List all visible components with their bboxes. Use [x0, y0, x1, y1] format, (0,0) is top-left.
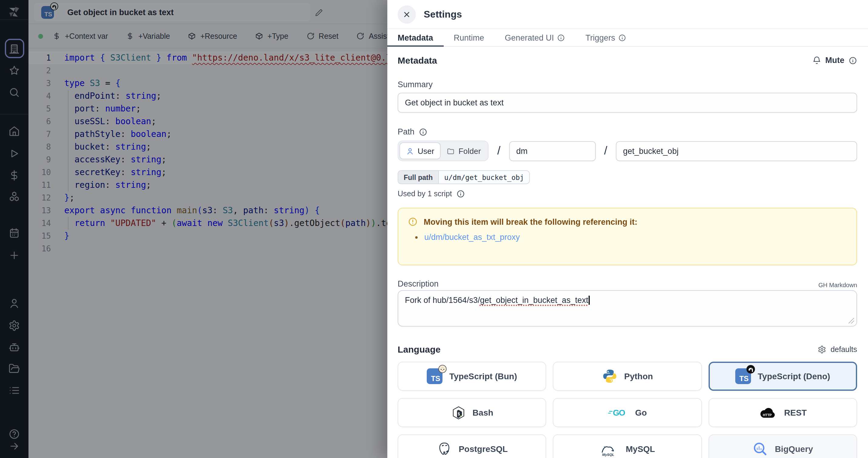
- warning-reference-item: u/dm/bucket_as_txt_proxy: [424, 233, 847, 242]
- bigquery-icon: [752, 441, 768, 457]
- language-card-typescript--deno-[interactable]: TSTypeScript (Deno): [708, 362, 857, 391]
- path-owner-input[interactable]: [509, 141, 595, 161]
- path-label: Path: [398, 127, 857, 136]
- mysql-icon: MySQL: [600, 441, 619, 457]
- tab-runtime[interactable]: Runtime: [443, 29, 495, 46]
- markdown-hint: GH Markdown: [818, 282, 857, 288]
- info-icon[interactable]: [848, 56, 857, 65]
- svg-text:GO: GO: [613, 408, 625, 417]
- python-icon: [602, 368, 618, 384]
- tab-metadata[interactable]: Metadata: [387, 29, 443, 46]
- resize-handle-icon[interactable]: [848, 318, 854, 324]
- drawer-header: Settings: [387, 0, 868, 29]
- metadata-heading: Metadata: [398, 55, 437, 65]
- bash-icon: $: [451, 405, 466, 420]
- tab-triggers[interactable]: Triggers: [575, 29, 637, 46]
- close-icon[interactable]: [398, 5, 416, 23]
- language-defaults-button[interactable]: defaults: [818, 345, 857, 354]
- summary-label: Summary: [398, 80, 857, 89]
- path-name-input[interactable]: [616, 141, 857, 161]
- drawer-backdrop[interactable]: [0, 0, 387, 458]
- svg-text:HTTP: HTTP: [763, 413, 772, 417]
- info-icon[interactable]: [419, 128, 427, 136]
- ts-deno-icon: TS: [735, 368, 751, 384]
- rest-icon: HTTP: [758, 406, 777, 419]
- spellcheck-underline: get_object_in_bucket_as_text: [480, 296, 588, 305]
- info-icon: [618, 34, 626, 41]
- mute-button[interactable]: Mute: [812, 56, 857, 65]
- full-path-value: u/dm/get_bucket_obj: [438, 171, 529, 184]
- owner-toggle-folder[interactable]: Folder: [441, 142, 487, 159]
- metadata-panel: Metadata Mute Summary Path UserFolder / …: [387, 47, 868, 458]
- language-card-typescript--bun-[interactable]: TSTypeScript (Bun): [398, 362, 547, 391]
- path-separator: /: [604, 144, 607, 158]
- go-icon: GO: [608, 407, 628, 418]
- language-card-mysql[interactable]: MySQLMySQL: [553, 434, 702, 458]
- info-icon: [557, 34, 565, 41]
- language-heading: Language: [398, 344, 441, 354]
- bell-icon: [812, 56, 821, 65]
- svg-text:MySQL: MySQL: [602, 452, 615, 456]
- language-card-rest[interactable]: HTTPREST: [708, 398, 857, 427]
- path-separator: /: [497, 144, 501, 158]
- language-card-bigquery[interactable]: BigQuery: [708, 434, 857, 458]
- description-textarea[interactable]: Fork of hub/1564/s3/get_object_in_bucket…: [398, 290, 857, 327]
- gear-icon: [818, 345, 826, 354]
- alert-circle-icon: [408, 217, 417, 227]
- editor-region: TS Get object in bucket as text +Context…: [0, 0, 387, 458]
- warning-title: Moving this item will break the followin…: [424, 217, 638, 226]
- folder-icon: [447, 147, 455, 155]
- text-caret: [589, 296, 590, 305]
- tab-generated-ui[interactable]: Generated UI: [495, 29, 575, 46]
- language-grid: TSTypeScript (Bun)PythonTSTypeScript (De…: [398, 362, 857, 458]
- drawer-title: Settings: [424, 9, 462, 20]
- full-path-chip: Full path u/dm/get_bucket_obj: [398, 170, 530, 184]
- move-warning-banner: Moving this item will break the followin…: [398, 208, 857, 265]
- referencing-script-link[interactable]: u/dm/bucket_as_txt_proxy: [424, 233, 520, 242]
- user-icon: [406, 147, 414, 155]
- svg-text:$: $: [457, 411, 460, 416]
- language-card-go[interactable]: GOGo: [553, 398, 702, 427]
- owner-kind-toggle: UserFolder: [398, 140, 489, 161]
- used-by: Used by 1 script: [398, 190, 857, 198]
- settings-drawer: Settings MetadataRuntimeGenerated UITrig…: [387, 0, 868, 458]
- postgresql-icon: [436, 441, 452, 457]
- summary-input[interactable]: [398, 93, 857, 113]
- description-label: Description: [398, 279, 438, 288]
- language-card-python[interactable]: Python: [553, 362, 702, 391]
- settings-tabs: MetadataRuntimeGenerated UITriggers: [387, 29, 868, 47]
- ts-bun-icon: TS: [427, 368, 443, 384]
- language-card-postgresql[interactable]: PostgreSQL: [398, 434, 547, 458]
- full-path-label: Full path: [398, 171, 438, 184]
- language-card-bash[interactable]: $Bash: [398, 398, 547, 427]
- info-icon[interactable]: [456, 190, 465, 198]
- owner-toggle-user[interactable]: User: [399, 142, 441, 159]
